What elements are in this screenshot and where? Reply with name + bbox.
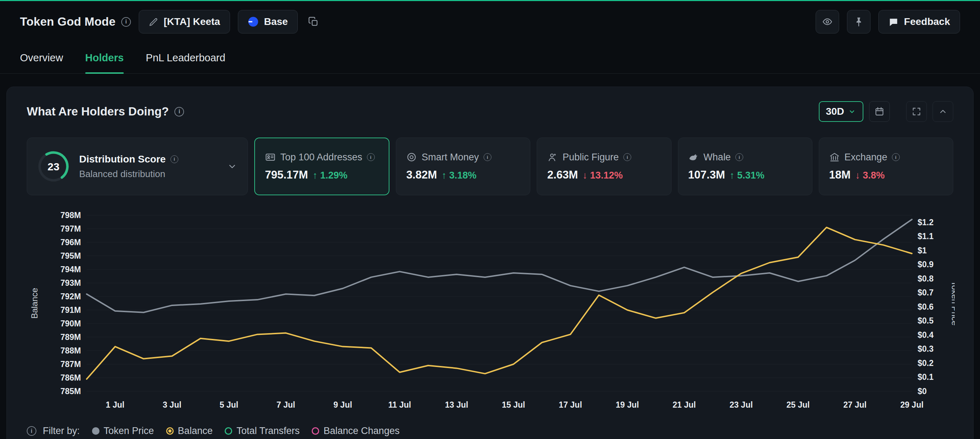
stat-value: 107.3M (688, 168, 725, 181)
delta-arrow: ↑ (442, 170, 447, 181)
svg-text:$0.5: $0.5 (918, 316, 934, 325)
stat-card-top-100-addresses[interactable]: Top 100 Addresses 795.17M ↑ 1.29% (254, 138, 390, 195)
balance-swatch (166, 427, 174, 435)
collapse-button[interactable] (932, 101, 953, 122)
distribution-label-row: Distribution Score (79, 154, 178, 165)
info-icon[interactable] (624, 153, 631, 161)
legend-item-total-transfers[interactable]: Total Transfers (225, 425, 299, 436)
delta-value: 13.12% (590, 170, 623, 181)
info-icon[interactable] (121, 17, 131, 27)
svg-text:789M: 789M (60, 333, 81, 342)
tab-pnl-leaderboard[interactable]: PnL Leaderboard (146, 43, 225, 73)
svg-text:798M: 798M (60, 211, 81, 220)
filter-by-label: Filter by: (43, 425, 80, 436)
svg-text:$0.9: $0.9 (918, 260, 934, 269)
stat-value-row: 3.82M ↑ 3.18% (406, 168, 520, 181)
svg-text:13 Jul: 13 Jul (445, 400, 468, 409)
svg-text:$0.3: $0.3 (918, 344, 934, 353)
svg-text:19 Jul: 19 Jul (616, 400, 639, 409)
stat-label: Public Figure (562, 152, 619, 163)
svg-text:$1: $1 (918, 246, 927, 255)
legend-item-balance-changes[interactable]: Balance Changes (312, 425, 399, 436)
stat-header: Exchange (829, 152, 943, 163)
timeframe-select[interactable]: 30D (819, 101, 863, 122)
info-icon[interactable] (735, 153, 743, 161)
balance-changes-swatch (312, 427, 319, 435)
svg-text:793M: 793M (60, 278, 81, 288)
bank-icon (829, 152, 840, 163)
svg-text:$1.1: $1.1 (918, 231, 934, 241)
stat-card-exchange[interactable]: Exchange 18M ↓ 3.8% (819, 138, 953, 195)
copy-button[interactable] (305, 10, 321, 33)
delta-arrow: ↓ (583, 170, 588, 181)
info-icon[interactable] (484, 153, 492, 161)
copy-icon (308, 16, 319, 27)
svg-text:786M: 786M (60, 373, 81, 382)
tab-label: PnL Leaderboard (146, 52, 225, 64)
stat-header: Top 100 Addresses (265, 152, 379, 163)
delta-arrow: ↑ (313, 170, 318, 181)
svg-text:27 Jul: 27 Jul (843, 400, 867, 409)
panel-controls: 30D (819, 101, 953, 122)
delta-arrow: ↑ (730, 170, 735, 181)
pin-button[interactable] (847, 10, 870, 33)
panel-title: What Are Holders Doing? (27, 105, 184, 118)
svg-text:792M: 792M (60, 292, 81, 301)
distribution-score-value: 23 (48, 161, 59, 173)
svg-text:5 Jul: 5 Jul (220, 400, 238, 409)
distribution-subtitle: Balanced distribution (79, 168, 178, 179)
feedback-button[interactable]: Feedback (878, 10, 960, 33)
legend-item-balance[interactable]: Balance (166, 425, 213, 436)
fullscreen-icon (912, 106, 921, 117)
stat-card-smart-money[interactable]: Smart Money 3.82M ↑ 3.18% (396, 138, 530, 195)
distribution-label: Distribution Score (79, 154, 166, 165)
token-price-swatch (92, 427, 100, 435)
calendar-button[interactable] (869, 101, 890, 122)
topbar: Token God Mode [KTA] Keeta Base Feedback (0, 1, 980, 43)
stat-delta: ↑ 3.18% (442, 170, 476, 181)
delta-arrow: ↓ (855, 170, 860, 181)
stat-value: 795.17M (265, 168, 308, 181)
distribution-text: Distribution Score Balanced distribution (79, 154, 178, 179)
stat-header: Public Figure (547, 152, 661, 163)
whale-icon (688, 152, 699, 163)
stat-value-row: 107.3M ↑ 5.31% (688, 168, 802, 181)
caret-down-icon (848, 107, 856, 116)
chain-selector-button[interactable]: Base (238, 10, 298, 33)
info-icon[interactable] (174, 107, 184, 117)
chain-selector-label: Base (264, 16, 288, 27)
info-icon[interactable] (892, 153, 900, 161)
fullscreen-button[interactable] (906, 101, 927, 122)
stat-label: Exchange (845, 152, 887, 163)
info-icon[interactable] (170, 155, 178, 163)
svg-text:21 Jul: 21 Jul (673, 400, 696, 409)
timeframe-value: 30D (826, 106, 844, 117)
tab-label: Overview (20, 52, 63, 64)
panel-header: What Are Holders Doing? 30D (27, 101, 953, 122)
info-icon[interactable] (27, 426, 37, 436)
tab-overview[interactable]: Overview (20, 43, 63, 73)
stat-card-whale[interactable]: Whale 107.3M ↑ 5.31% (678, 138, 812, 195)
watchlist-button[interactable] (816, 10, 839, 33)
svg-text:795M: 795M (60, 251, 81, 260)
svg-text:1 Jul: 1 Jul (106, 400, 124, 409)
stat-label: Whale (704, 152, 731, 163)
info-icon[interactable] (367, 153, 375, 161)
svg-text:11 Jul: 11 Jul (388, 400, 411, 409)
stat-delta: ↑ 5.31% (730, 170, 765, 181)
coin-icon (406, 152, 417, 163)
total-transfers-swatch (225, 427, 232, 435)
svg-text:$0: $0 (918, 387, 927, 396)
svg-text:15 Jul: 15 Jul (502, 400, 525, 409)
distribution-score-card[interactable]: 23 Distribution Score Balanced distribut… (27, 138, 248, 195)
legend-item-label: Total Transfers (237, 425, 299, 436)
legend-item-token-price[interactable]: Token Price (92, 425, 154, 436)
pencil-icon (149, 17, 158, 27)
token-selector-button[interactable]: [KTA] Keeta (139, 10, 230, 33)
stat-card-public-figure[interactable]: Public Figure 2.63M ↓ 13.12% (537, 138, 671, 195)
delta-value: 5.31% (737, 170, 765, 181)
tab-holders[interactable]: Holders (85, 43, 124, 73)
svg-text:23 Jul: 23 Jul (730, 400, 753, 409)
stat-value: 3.82M (406, 168, 437, 181)
chevron-down-icon[interactable] (227, 161, 237, 172)
